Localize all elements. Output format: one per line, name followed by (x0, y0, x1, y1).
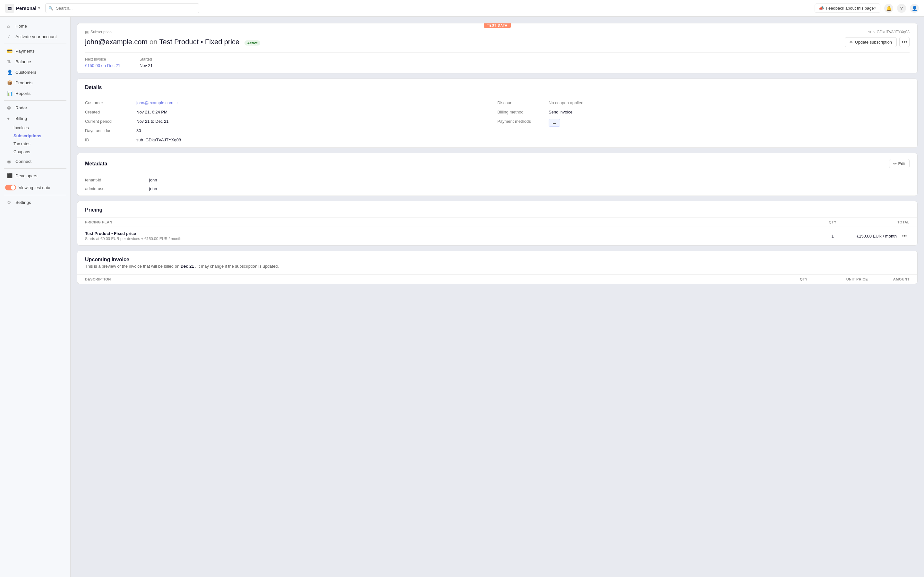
pricing-col-plan-header: PRICING PLAN (85, 220, 820, 224)
sidebar-sub-label: Subscriptions (13, 133, 41, 138)
sidebar-item-radar[interactable]: ◎ Radar (2, 103, 68, 113)
sidebar-item-developers[interactable]: ⬛ Developers (2, 171, 68, 181)
details-grid: Customer john@example.com → Created Nov … (85, 100, 909, 142)
ellipsis-icon: ••• (902, 39, 907, 45)
discount-value: No coupon applied (549, 100, 583, 105)
metadata-card: Metadata ✏ Edit tenant-id john admin-use… (77, 153, 918, 196)
subscription-separator: • (200, 38, 205, 46)
search-icon: 🔍 (48, 6, 53, 11)
help-icon[interactable]: ? (897, 4, 906, 13)
feedback-button[interactable]: 📣 Feedback about this page? (814, 3, 880, 13)
discount-label: Discount (497, 100, 549, 105)
sidebar-item-products[interactable]: 📦 Products (2, 77, 68, 88)
next-invoice-item: Next invoice €150.00 on Dec 21 (85, 57, 120, 68)
sidebar-sub-label: Invoices (13, 125, 29, 130)
pricing-table-header: PRICING PLAN QTY TOTAL (78, 218, 917, 227)
feedback-label: Feedback about this page? (826, 6, 876, 11)
metadata-key: admin-user (85, 186, 149, 191)
metadata-header: Metadata ✏ Edit (78, 153, 917, 173)
next-invoice-value[interactable]: €150.00 on Dec 21 (85, 63, 120, 68)
test-data-toggle[interactable] (5, 185, 16, 190)
pricing-total: €150.00 EUR / month ••• (845, 231, 909, 241)
detail-days: Days until due 30 (85, 128, 497, 133)
detail-billing-method: Billing method Send invoice (497, 110, 909, 114)
days-label: Days until due (85, 128, 136, 133)
subscription-type-label: ▤ Subscription (85, 30, 111, 34)
upcoming-bill-date: Dec 21 (181, 264, 194, 269)
created-label: Created (85, 110, 136, 114)
sidebar-item-label: Reports (15, 91, 31, 96)
balance-icon: ⇅ (7, 59, 12, 64)
sidebar-item-label: Developers (15, 173, 37, 178)
more-options-button[interactable]: ••• (899, 37, 909, 47)
invoice-col-unit-header: UNIT PRICE (820, 277, 868, 281)
subscription-id: sub_GDkuTVAJTYXg08 (868, 30, 909, 34)
billing-icon: ● (7, 116, 12, 121)
notifications-icon[interactable]: 🔔 (884, 4, 893, 13)
metadata-row-admin: admin-user john (85, 186, 909, 191)
sidebar-divider (4, 44, 66, 44)
metadata-row-tenant: tenant-id john (85, 177, 909, 182)
sidebar-item-payments[interactable]: 💳 Payments (2, 46, 68, 56)
id-value: sub_GDkuTVAJTYXg08 (136, 137, 181, 142)
pricing-row: Test Product • Fixed price Starts at €0.… (78, 227, 917, 245)
sidebar-sub-tax-rates[interactable]: Tax rates (0, 140, 70, 148)
navbar-right: 📣 Feedback about this page? 🔔 ? 👤 (814, 3, 919, 13)
edit-metadata-button[interactable]: ✏ Edit (889, 159, 909, 168)
sidebar-sub-invoices[interactable]: Invoices (0, 124, 70, 132)
subscription-product: Test Product (159, 38, 198, 46)
pricing-plan-info: Test Product • Fixed price Starts at €0.… (85, 231, 820, 241)
metadata-value: john (149, 186, 157, 191)
developers-icon: ⬛ (7, 173, 12, 178)
sidebar-item-reports[interactable]: 📊 Reports (2, 88, 68, 98)
pricing-plan-name: Test Product • Fixed price (85, 231, 820, 236)
id-label: ID (85, 137, 136, 142)
sidebar-item-home[interactable]: ⌂ Home (2, 21, 68, 31)
update-subscription-button[interactable]: ✏ Update subscription (845, 37, 897, 47)
sidebar-divider-4 (4, 195, 66, 195)
card-symbol: ▬ (553, 121, 556, 125)
sidebar-sub-coupons[interactable]: Coupons (0, 148, 70, 156)
sidebar-item-activate[interactable]: ✓ Activate your account (2, 31, 68, 42)
subscription-on-text: on (150, 38, 160, 46)
payment-card-icon[interactable]: ▬ (549, 119, 560, 127)
customer-value[interactable]: john@example.com → (136, 100, 179, 105)
pricing-row-more-button[interactable]: ••• (899, 231, 909, 241)
pencil-icon: ✏ (850, 40, 853, 45)
upcoming-invoice-header: Upcoming invoice This is a preview of th… (78, 251, 917, 271)
sidebar-item-label: Billing (15, 116, 27, 121)
sidebar-item-billing[interactable]: ● Billing (2, 113, 68, 123)
billing-method-value: Send invoice (549, 110, 572, 114)
upcoming-desc-suffix: . It may change if the subscription is u… (195, 264, 279, 269)
details-header: Details (78, 79, 917, 95)
sidebar: ⌂ Home ✓ Activate your account 💳 Payment… (0, 17, 71, 577)
invoice-col-amount-header: AMOUNT (868, 277, 909, 281)
detail-period: Current period Nov 21 to Dec 21 (85, 119, 497, 124)
pricing-col-total-header: TOTAL (845, 220, 909, 224)
check-icon: ✓ (7, 34, 12, 39)
sidebar-item-customers[interactable]: 👤 Customers (2, 67, 68, 77)
subscription-email: john@example.com (85, 38, 148, 46)
metadata-key: tenant-id (85, 177, 149, 182)
brand-chevron: ▾ (38, 6, 40, 10)
sidebar-item-label: Activate your account (15, 34, 57, 39)
sidebar-item-balance[interactable]: ⇅ Balance (2, 56, 68, 67)
sidebar-sub-subscriptions[interactable]: Subscriptions (0, 132, 70, 140)
metadata-title: Metadata (85, 161, 107, 167)
details-card: Details Customer john@example.com → Crea… (77, 79, 918, 148)
avatar[interactable]: 👤 (910, 4, 919, 13)
detail-id: ID sub_GDkuTVAJTYXg08 (85, 137, 497, 142)
sidebar-item-connect[interactable]: ◉ Connect (2, 156, 68, 166)
sidebar-item-settings[interactable]: ⚙ Settings (2, 197, 68, 207)
payments-icon: 💳 (7, 48, 12, 53)
brand-logo[interactable]: ▤ Personal ▾ (5, 4, 40, 13)
sidebar-divider-2 (4, 100, 66, 101)
products-icon: 📦 (7, 80, 12, 85)
pricing-col-qty-header: QTY (820, 220, 845, 224)
sidebar-item-label: Payments (15, 49, 35, 53)
search-input[interactable] (45, 3, 199, 13)
sidebar-item-label: Customers (15, 70, 36, 75)
invoice-col-desc-header: DESCRIPTION (85, 277, 788, 281)
upcoming-invoice-title: Upcoming invoice (85, 257, 909, 263)
subscription-price: Fixed price (205, 38, 240, 46)
